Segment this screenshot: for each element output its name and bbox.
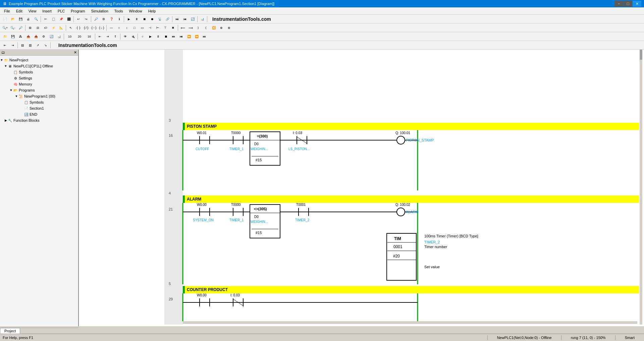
- tb3-size1[interactable]: 10: [65, 33, 74, 40]
- project-tab[interactable]: Project: [0, 328, 20, 334]
- tb3-online[interactable]: 🔌: [129, 33, 137, 40]
- tree-item-settings[interactable]: ⚙ Settings: [0, 75, 78, 81]
- tb3-size3[interactable]: 16: [85, 33, 94, 40]
- tb3-end[interactable]: ⏭: [201, 33, 208, 40]
- tb1-btn18[interactable]: ⏸: [133, 15, 140, 23]
- tb1-btn26[interactable]: 📊: [199, 15, 206, 23]
- menu-help[interactable]: Help: [146, 8, 159, 14]
- tb2-btn29[interactable]: ⊗: [225, 24, 233, 32]
- tb4-btn1[interactable]: ⇤: [1, 42, 9, 49]
- tb3-play[interactable]: ▶: [147, 33, 154, 40]
- tb1-btn4[interactable]: 🖨: [24, 15, 32, 23]
- tb3-btn6[interactable]: ⚙: [40, 33, 47, 40]
- tb1-btn22[interactable]: 🔗: [164, 15, 171, 23]
- tb1-btn16[interactable]: ℹ: [115, 15, 123, 23]
- tb2-btn3[interactable]: 🔎: [17, 24, 24, 32]
- tb1-btn9[interactable]: ⬛: [65, 15, 72, 23]
- tb4-btn5[interactable]: ↗: [34, 42, 42, 49]
- tb1-btn24[interactable]: ⏮: [181, 15, 189, 23]
- tb2-btn25[interactable]: ⟩: [195, 24, 202, 32]
- open-btn[interactable]: 📂: [9, 15, 16, 23]
- tb3-monitor[interactable]: 👁: [121, 33, 129, 40]
- menu-insert[interactable]: Insert: [40, 8, 54, 14]
- delete-btn[interactable]: ✖: [169, 24, 177, 32]
- tree-item-symbols2[interactable]: 📋 Symbols: [0, 99, 78, 105]
- tb1-btn20[interactable]: ⏺: [148, 15, 156, 23]
- tb2-btn21[interactable]: ⊤: [162, 24, 169, 32]
- menu-view[interactable]: View: [26, 8, 39, 14]
- new-btn[interactable]: 📄: [1, 15, 9, 23]
- tb4-btn3[interactable]: ▤: [19, 42, 26, 49]
- tb1-btn5[interactable]: 🔍: [32, 15, 40, 23]
- close-button[interactable]: ✕: [633, 1, 641, 7]
- cursor-btn[interactable]: ↖: [67, 24, 74, 32]
- tb2-btn10[interactable]: ┤├: [75, 24, 82, 32]
- maximize-button[interactable]: □: [624, 1, 632, 7]
- tb3-rew[interactable]: ⏪: [193, 33, 200, 40]
- tb1-btn14[interactable]: ⚙: [100, 15, 107, 23]
- menu-window[interactable]: Window: [126, 8, 145, 14]
- tree-item-symbols1[interactable]: 📋 Symbols: [0, 69, 78, 75]
- tree-item-newproject[interactable]: ▼ 📁 NewProject: [0, 57, 78, 63]
- tb2-btn19[interactable]: ⊣: [146, 24, 154, 32]
- zoom-in-btn[interactable]: 🔍+: [1, 24, 9, 32]
- zoom-out-btn[interactable]: 🔍-: [9, 24, 16, 32]
- tb2-btn5[interactable]: ⊟: [34, 24, 42, 32]
- tb3-back[interactable]: ⏮: [177, 33, 185, 40]
- tb3-btn1[interactable]: 📁: [1, 33, 9, 40]
- tb3-btn2[interactable]: 💾: [9, 33, 16, 40]
- menu-plc[interactable]: PLC: [55, 8, 67, 14]
- menu-tools[interactable]: Tools: [112, 8, 126, 14]
- tree-item-memory[interactable]: 🧠 Memory: [0, 81, 78, 87]
- tb4-btn6[interactable]: ↘: [42, 42, 49, 49]
- tb4-btn2[interactable]: ⇥: [9, 42, 16, 49]
- tree-item-newprogram1[interactable]: ▼ 📜 NewProgram1 (00): [0, 93, 78, 99]
- tb2-btn17[interactable]: □: [131, 24, 138, 32]
- tb2-btn16[interactable]: ↕: [123, 24, 130, 32]
- tb1-btn23[interactable]: ⏭: [173, 15, 181, 23]
- tree-item-section1[interactable]: 📄 Section1: [0, 105, 78, 111]
- tree-close-btn[interactable]: ✕: [74, 50, 77, 55]
- menu-program[interactable]: Program: [68, 8, 88, 14]
- tb2-btn12[interactable]: ┤↑├: [90, 24, 98, 32]
- find-btn[interactable]: 🔎: [92, 15, 100, 23]
- save-btn[interactable]: 💾: [17, 15, 24, 23]
- tb2-btn15[interactable]: ○: [115, 24, 123, 32]
- tb2-btn14[interactable]: —: [108, 24, 115, 32]
- tb1-btn21[interactable]: 📡: [156, 15, 163, 23]
- tb1-btn25[interactable]: 🔃: [189, 15, 196, 23]
- tb2-btn8[interactable]: 📐: [57, 24, 65, 32]
- tb1-btn17[interactable]: ▶: [125, 15, 132, 23]
- tb2-btn6[interactable]: 🏷: [42, 24, 49, 32]
- tree-item-end[interactable]: 🔚 END: [0, 111, 78, 117]
- tb2-btn24[interactable]: ⟶: [187, 24, 194, 32]
- paste-btn[interactable]: 📌: [57, 15, 65, 23]
- tb2-btn7[interactable]: ⚡: [50, 24, 57, 32]
- tb2-btn13[interactable]: ┤↓├: [98, 24, 105, 32]
- redo-btn[interactable]: ↪: [83, 15, 90, 23]
- tb3-step[interactable]: ⏭: [170, 33, 177, 40]
- tb2-btn18[interactable]: ▭: [139, 24, 146, 32]
- tb3-btn4[interactable]: 📤: [24, 33, 32, 40]
- menu-file[interactable]: File: [1, 8, 13, 14]
- tb3-ff[interactable]: ⏩: [185, 33, 193, 40]
- tb2-btn27[interactable]: 🔀: [210, 24, 217, 32]
- tb2-btn11[interactable]: ┤/├: [83, 24, 90, 32]
- tb3-btn8[interactable]: 📊: [55, 33, 63, 40]
- menu-simulation[interactable]: Simulation: [88, 8, 111, 14]
- tree-item-newplc1[interactable]: ▼ 🖥 NewPLC1[CP1L] Offline: [0, 63, 78, 69]
- tb3-pause[interactable]: ⏸: [154, 33, 162, 40]
- tb3-btn12[interactable]: ○: [139, 33, 146, 40]
- tb3-stop[interactable]: ⏹: [162, 33, 169, 40]
- tb3-btn9[interactable]: ⇤: [96, 33, 104, 40]
- tb1-btn19[interactable]: ⏹: [141, 15, 148, 23]
- tb3-btn3[interactable]: 🖧: [17, 33, 24, 40]
- tb1-btn15[interactable]: ❓: [108, 15, 115, 23]
- copy-btn[interactable]: 📋: [50, 15, 57, 23]
- tb4-btn4[interactable]: ▥: [26, 42, 34, 49]
- tb3-btn10[interactable]: ⇥: [104, 33, 111, 40]
- tb3-btn7[interactable]: 🔄: [48, 33, 55, 40]
- minimize-button[interactable]: −: [614, 1, 623, 7]
- tb2-btn28[interactable]: ⊕: [218, 24, 225, 32]
- tb2-btn4[interactable]: ⊞: [26, 24, 34, 32]
